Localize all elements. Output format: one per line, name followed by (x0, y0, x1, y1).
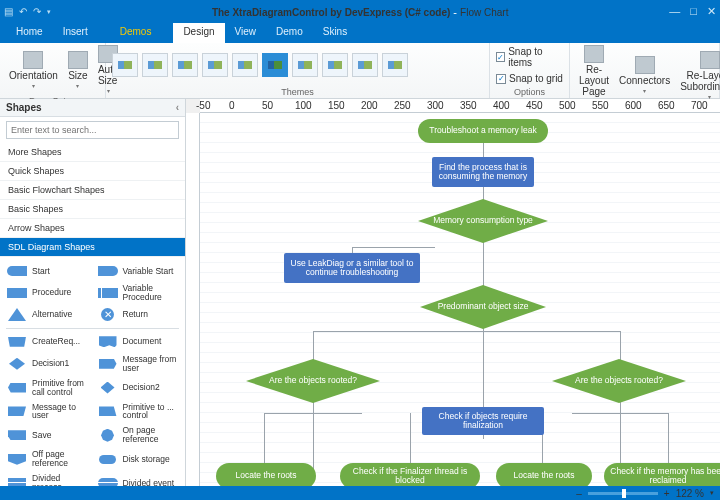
shape-label: Variable Procedure (123, 284, 180, 302)
maximize-icon[interactable]: □ (690, 5, 697, 18)
theme-thumb[interactable] (262, 53, 288, 77)
shape-item[interactable]: Document (93, 332, 184, 352)
window-title: The XtraDiagramControl by DevExpress (C#… (51, 6, 669, 18)
theme-thumb[interactable] (322, 53, 348, 77)
shape-item[interactable]: On page reference (93, 423, 184, 447)
qat-save-icon[interactable]: ▤ (4, 6, 13, 17)
relayout-sub-button[interactable]: Re-Layout Subordinates▾ (677, 51, 720, 100)
search-input[interactable] (6, 121, 179, 139)
tab-demo[interactable]: Demo (266, 23, 313, 43)
flow-terminator[interactable]: Check if the memory has been reclaimed (604, 463, 720, 486)
shape-item[interactable]: Variable Start (93, 261, 184, 281)
tab-skins[interactable]: Skins (313, 23, 357, 43)
zoom-slider[interactable] (588, 492, 658, 495)
shape-category[interactable]: Basic Flowchart Shapes (0, 181, 185, 200)
shape-icon (6, 335, 28, 349)
flow-decision[interactable]: Memory consumption type (418, 199, 548, 243)
shape-icon (97, 286, 119, 300)
flow-terminator[interactable]: Locate the roots (496, 463, 592, 486)
shape-item[interactable]: CreateReq... (2, 332, 93, 352)
qat-redo-icon[interactable]: ↷ (33, 6, 41, 17)
shape-icon (6, 476, 28, 486)
shape-item[interactable]: Divided event (93, 471, 184, 486)
shape-category[interactable]: SDL Diagram Shapes (0, 238, 185, 257)
shape-label: Return (123, 310, 149, 319)
shapes-panel-title: Shapes (6, 102, 42, 113)
themes-gallery[interactable] (106, 43, 489, 87)
shape-icon (6, 381, 28, 395)
orientation-button[interactable]: Orientation▾ (6, 51, 61, 89)
qat-undo-icon[interactable]: ↶ (19, 6, 27, 17)
flow-decision[interactable]: Are the objects rooted? (246, 359, 380, 403)
shape-icon (97, 476, 119, 486)
shape-item[interactable]: Procedure (2, 281, 93, 305)
tab-view[interactable]: View (225, 23, 267, 43)
shape-category[interactable]: Arrow Shapes (0, 219, 185, 238)
flow-decision[interactable]: Predominant object size (420, 285, 546, 329)
shape-category[interactable]: Quick Shapes (0, 162, 185, 181)
zoom-out-icon[interactable]: – (576, 488, 582, 499)
shape-item[interactable]: Primitive to ... control (93, 400, 184, 424)
shape-item[interactable]: Primitive from call control (2, 376, 93, 400)
tab-insert[interactable]: Insert (53, 23, 98, 43)
zoom-dropdown-icon[interactable]: ▾ (710, 489, 714, 497)
shape-category[interactable]: Basic Shapes (0, 200, 185, 219)
theme-thumb[interactable] (382, 53, 408, 77)
snap-grid-checkbox[interactable]: ✓Snap to grid (496, 73, 563, 84)
flow-terminator[interactable]: Locate the roots (216, 463, 316, 486)
shape-label: CreateReq... (32, 337, 80, 346)
shape-icon (97, 264, 119, 278)
shape-item[interactable]: Message from user (93, 352, 184, 376)
snap-items-checkbox[interactable]: ✓Snap to items (496, 46, 563, 68)
shape-label: Message from user (123, 355, 180, 373)
collapse-icon[interactable]: ‹ (176, 102, 179, 113)
theme-thumb[interactable] (352, 53, 378, 77)
theme-thumb[interactable] (202, 53, 228, 77)
shape-item[interactable]: Start (2, 261, 93, 281)
size-button[interactable]: Size▾ (65, 51, 91, 89)
ruler-vertical (186, 113, 200, 486)
theme-thumb[interactable] (292, 53, 318, 77)
shape-item[interactable]: Decision1 (2, 352, 93, 376)
shape-icon (6, 428, 28, 442)
shape-item[interactable]: Message to user (2, 400, 93, 424)
shape-icon (6, 452, 28, 466)
flow-terminator[interactable]: Check if the Finalizer thread is blocked (340, 463, 480, 486)
shape-item[interactable]: Alternative (2, 305, 93, 325)
shape-item[interactable]: Disk storage (93, 447, 184, 471)
flow-start[interactable]: Troubleshoot a memory leak (418, 119, 548, 143)
theme-thumb[interactable] (232, 53, 258, 77)
shape-category[interactable]: More Shapes (0, 143, 185, 162)
flow-process[interactable]: Find the process that is consuming the m… (432, 157, 534, 187)
shape-item[interactable]: Off page reference (2, 447, 93, 471)
shape-item[interactable]: ✕Return (93, 305, 184, 325)
group-themes: Themes (106, 87, 489, 98)
connectors-button[interactable]: Connectors▾ (616, 56, 673, 94)
group-options: Options (490, 87, 569, 98)
minimize-icon[interactable]: — (669, 5, 680, 18)
tab-home[interactable]: Home (6, 23, 53, 43)
shape-icon (97, 335, 119, 349)
theme-thumb[interactable] (142, 53, 168, 77)
relayout-page-button[interactable]: Re-Layout Page▾ (576, 45, 612, 105)
shape-label: Save (32, 431, 51, 440)
shape-item[interactable]: Decision2 (93, 376, 184, 400)
shape-item[interactable]: Variable Procedure (93, 281, 184, 305)
shape-label: Divided event (123, 479, 175, 486)
shape-label: Document (123, 337, 162, 346)
flow-process[interactable]: Use LeakDiag or a similar tool to contin… (284, 253, 420, 283)
zoom-in-icon[interactable]: + (664, 488, 670, 499)
ribbon-spine: Demos (120, 23, 152, 43)
diagram-canvas[interactable]: Troubleshoot a memory leak Find the proc… (200, 113, 720, 486)
shape-item[interactable]: Save (2, 423, 93, 447)
flow-decision[interactable]: Are the objects rooted? (552, 359, 686, 403)
shape-label: Alternative (32, 310, 72, 319)
theme-thumb[interactable] (112, 53, 138, 77)
shape-item[interactable]: Divided process (2, 471, 93, 486)
theme-thumb[interactable] (172, 53, 198, 77)
shape-label: Disk storage (123, 455, 170, 464)
close-icon[interactable]: ✕ (707, 5, 716, 18)
shape-icon (6, 264, 28, 278)
tab-design[interactable]: Design (173, 23, 224, 43)
flow-process[interactable]: Check if objects require finalization (422, 407, 544, 435)
